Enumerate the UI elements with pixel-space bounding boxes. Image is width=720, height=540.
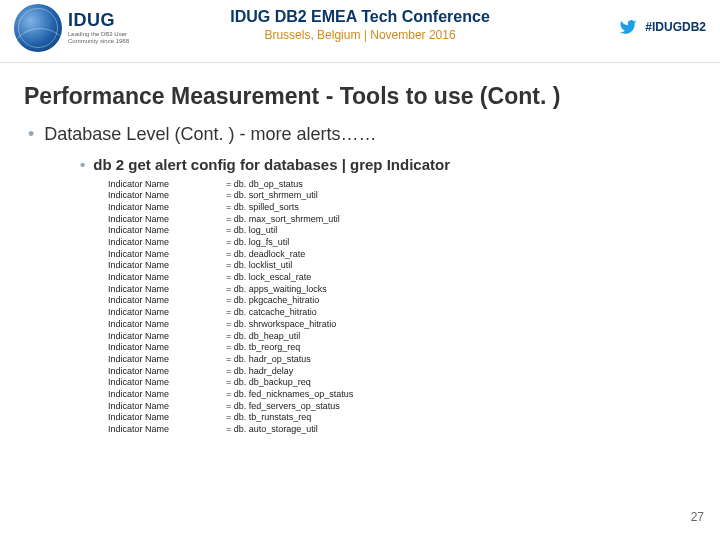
- table-row: Indicator Name= db. auto_storage_util: [108, 424, 720, 436]
- indicator-value: = db. fed_servers_op_status: [226, 401, 340, 413]
- indicator-label: Indicator Name: [108, 342, 226, 354]
- indicator-label: Indicator Name: [108, 295, 226, 307]
- table-row: Indicator Name= db. db_heap_util: [108, 331, 720, 343]
- indicator-value: = db. pkgcache_hitratio: [226, 295, 319, 307]
- table-row: Indicator Name= db. fed_nicknames_op_sta…: [108, 389, 720, 401]
- bullet-level-2: • db 2 get alert config for databases | …: [80, 156, 720, 173]
- table-row: Indicator Name= db. lock_escal_rate: [108, 272, 720, 284]
- indicator-label: Indicator Name: [108, 307, 226, 319]
- table-row: Indicator Name= db. hadr_delay: [108, 366, 720, 378]
- indicator-value: = db. tb_runstats_req: [226, 412, 311, 424]
- indicator-value: = db. db_backup_req: [226, 377, 311, 389]
- table-row: Indicator Name= db. db_backup_req: [108, 377, 720, 389]
- indicator-value: = db. tb_reorg_req: [226, 342, 300, 354]
- bullet-1-text: Database Level (Cont. ) - more alerts……: [44, 124, 376, 145]
- indicator-label: Indicator Name: [108, 412, 226, 424]
- indicator-label: Indicator Name: [108, 202, 226, 214]
- table-row: Indicator Name= db. sort_shrmem_util: [108, 190, 720, 202]
- indicator-value: = db. max_sort_shrmem_util: [226, 214, 340, 226]
- header-title: IDUG DB2 EMEA Tech Conference: [0, 8, 720, 26]
- indicator-label: Indicator Name: [108, 190, 226, 202]
- bullet-level-1: • Database Level (Cont. ) - more alerts……: [28, 124, 720, 146]
- indicator-label: Indicator Name: [108, 179, 226, 191]
- indicator-label: Indicator Name: [108, 331, 226, 343]
- table-row: Indicator Name= db. max_sort_shrmem_util: [108, 214, 720, 226]
- indicator-value: = db. spilled_sorts: [226, 202, 299, 214]
- indicator-value: = db. hadr_delay: [226, 366, 293, 378]
- hashtag: #IDUGDB2: [617, 18, 706, 36]
- table-row: Indicator Name= db. tb_runstats_req: [108, 412, 720, 424]
- indicator-label: Indicator Name: [108, 366, 226, 378]
- slide-header: IDUG Leading the DB2 User Community sinc…: [0, 0, 720, 63]
- indicator-value: = db. db_op_status: [226, 179, 303, 191]
- bullet-list: • Database Level (Cont. ) - more alerts……: [28, 124, 720, 173]
- indicator-label: Indicator Name: [108, 272, 226, 284]
- hashtag-text: #IDUGDB2: [645, 20, 706, 34]
- indicator-value: = db. log_fs_util: [226, 237, 289, 249]
- indicator-value: = db. fed_nicknames_op_status: [226, 389, 353, 401]
- indicator-value: = db. shrworkspace_hitratio: [226, 319, 336, 331]
- bullet-dot-icon: •: [80, 156, 85, 173]
- bullet-dot-icon: •: [28, 124, 34, 146]
- table-row: Indicator Name= db. tb_reorg_req: [108, 342, 720, 354]
- indicator-label: Indicator Name: [108, 214, 226, 226]
- indicator-label: Indicator Name: [108, 225, 226, 237]
- table-row: Indicator Name= db. hadr_op_status: [108, 354, 720, 366]
- table-row: Indicator Name= db. spilled_sorts: [108, 202, 720, 214]
- twitter-icon: [617, 18, 639, 36]
- indicator-label: Indicator Name: [108, 401, 226, 413]
- indicator-table: Indicator Name= db. db_op_statusIndicato…: [108, 179, 720, 436]
- indicator-value: = db. log_util: [226, 225, 277, 237]
- indicator-value: = db. locklist_util: [226, 260, 292, 272]
- indicator-value: = db. sort_shrmem_util: [226, 190, 318, 202]
- indicator-value: = db. auto_storage_util: [226, 424, 318, 436]
- slide-title: Performance Measurement - Tools to use (…: [24, 83, 720, 110]
- indicator-value: = db. db_heap_util: [226, 331, 300, 343]
- table-row: Indicator Name= db. log_util: [108, 225, 720, 237]
- indicator-label: Indicator Name: [108, 424, 226, 436]
- table-row: Indicator Name= db. locklist_util: [108, 260, 720, 272]
- indicator-label: Indicator Name: [108, 284, 226, 296]
- indicator-value: = db. catcache_hitratio: [226, 307, 317, 319]
- indicator-value: = db. deadlock_rate: [226, 249, 305, 261]
- table-row: Indicator Name= db. deadlock_rate: [108, 249, 720, 261]
- table-row: Indicator Name= db. fed_servers_op_statu…: [108, 401, 720, 413]
- indicator-label: Indicator Name: [108, 389, 226, 401]
- table-row: Indicator Name= db. catcache_hitratio: [108, 307, 720, 319]
- page-number: 27: [691, 510, 704, 524]
- indicator-value: = db. hadr_op_status: [226, 354, 311, 366]
- header-center: IDUG DB2 EMEA Tech Conference Brussels, …: [0, 8, 720, 42]
- table-row: Indicator Name= db. db_op_status: [108, 179, 720, 191]
- indicator-label: Indicator Name: [108, 260, 226, 272]
- table-row: Indicator Name= db. pkgcache_hitratio: [108, 295, 720, 307]
- indicator-label: Indicator Name: [108, 249, 226, 261]
- table-row: Indicator Name= db. shrworkspace_hitrati…: [108, 319, 720, 331]
- table-row: Indicator Name= db. log_fs_util: [108, 237, 720, 249]
- indicator-value: = db. lock_escal_rate: [226, 272, 311, 284]
- indicator-label: Indicator Name: [108, 319, 226, 331]
- indicator-label: Indicator Name: [108, 237, 226, 249]
- indicator-label: Indicator Name: [108, 377, 226, 389]
- header-subtitle: Brussels, Belgium | November 2016: [0, 28, 720, 42]
- indicator-label: Indicator Name: [108, 354, 226, 366]
- indicator-value: = db. apps_waiting_locks: [226, 284, 327, 296]
- bullet-2-text: db 2 get alert config for databases | gr…: [93, 156, 450, 173]
- table-row: Indicator Name= db. apps_waiting_locks: [108, 284, 720, 296]
